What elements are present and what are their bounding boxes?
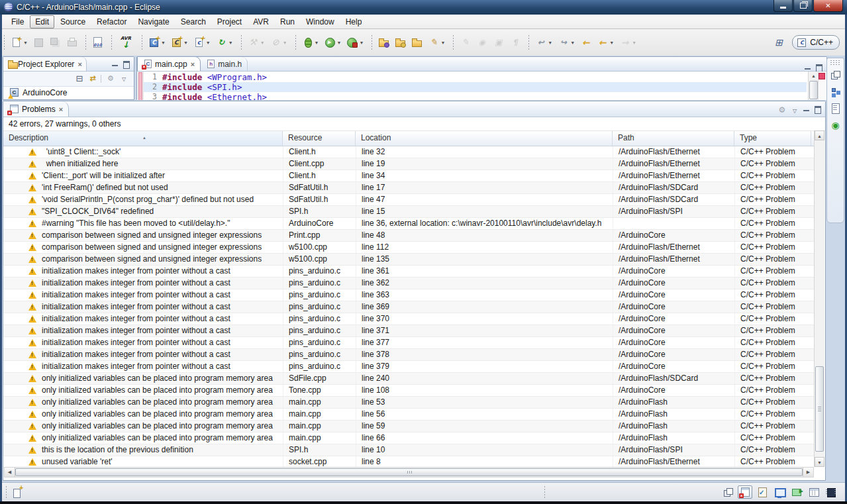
dropdown-arrow-icon[interactable]: ▼	[440, 40, 445, 45]
new-wizard-button[interactable]: ▼	[9, 35, 30, 50]
error-overview-marker[interactable]	[819, 73, 825, 79]
restore-tray-icon[interactable]	[721, 485, 735, 499]
tab-main-h[interactable]: main.h	[201, 57, 248, 71]
properties-view-icon[interactable]	[807, 485, 821, 499]
problem-row[interactable]: when initialized hereClient.cppline 19/A…	[3, 158, 814, 170]
code-line[interactable]: 3#include <Ethernet.h>	[144, 92, 807, 100]
dropdown-arrow-icon[interactable]: ▼	[315, 40, 319, 45]
dropdown-arrow-icon[interactable]: ▼	[359, 40, 364, 45]
scrollbar-thumb[interactable]	[15, 468, 803, 476]
problem-row[interactable]: only initialized variables can be placed…	[3, 409, 814, 421]
tab-project-explorer[interactable]: Project Explorer ×	[3, 57, 87, 71]
code-line[interactable]: 2#include <SPI.h>	[144, 82, 807, 92]
problem-row[interactable]: 'uint8_t Client::_sock'Client.hline 32/A…	[3, 146, 814, 158]
maximize-view-button[interactable]	[815, 64, 824, 71]
filters-icon[interactable]	[105, 74, 117, 84]
refresh-index-button[interactable]: ▼	[214, 35, 235, 50]
dropdown-arrow-icon[interactable]: ▼	[609, 40, 614, 45]
problem-row[interactable]: 'Client::_port' will be initialized afte…	[3, 170, 814, 182]
close-window-button[interactable]: ✕	[813, 0, 843, 12]
dropdown-arrow-icon[interactable]: ▼	[632, 40, 636, 45]
last-edit-location-button[interactable]	[578, 35, 593, 50]
dropdown-arrow-icon[interactable]: ▼	[570, 40, 575, 45]
problem-row[interactable]: initialization makes integer from pointe…	[3, 313, 814, 325]
filters-icon[interactable]	[777, 105, 787, 114]
menu-avr[interactable]: AVR	[248, 15, 274, 28]
problem-row[interactable]: only initialized variables can be placed…	[3, 385, 814, 397]
outline-view-icon[interactable]	[829, 86, 842, 98]
close-icon[interactable]: ×	[59, 105, 63, 113]
code-editor[interactable]: 1#include <WProgram.h>2#include <SPI.h>3…	[137, 72, 826, 100]
avr-upload-button[interactable]	[116, 35, 136, 50]
problem-row[interactable]: comparison between signed and unsigned i…	[3, 230, 814, 242]
scrollbar-thumb[interactable]	[815, 366, 824, 452]
menu-run[interactable]: Run	[275, 15, 300, 28]
minimize-window-button[interactable]	[773, 0, 793, 12]
open-element-button[interactable]	[393, 35, 408, 50]
problem-row[interactable]: 'void SerialPrintln_P(const prog_char*)'…	[3, 194, 814, 206]
debug-button[interactable]: ▼	[300, 35, 321, 50]
minimize-view-button[interactable]	[111, 60, 120, 68]
problem-row[interactable]: 'int FreeRam()' defined but not usedSdFa…	[3, 182, 814, 194]
problems-horizontal-scrollbar[interactable]: ◀ ▶	[4, 467, 814, 478]
problem-row[interactable]: "SPI_CLOCK_DIV64" redefinedSPI.hline 15/…	[3, 206, 814, 218]
dropdown-arrow-icon[interactable]: ▼	[206, 40, 211, 45]
dropdown-arrow-icon[interactable]: ▼	[337, 40, 342, 45]
close-icon[interactable]: ×	[191, 60, 195, 68]
minimize-view-button[interactable]	[803, 64, 813, 71]
problems-vertical-scrollbar[interactable]: ▲ ▼	[814, 130, 824, 467]
column-description[interactable]: Description▲	[3, 131, 283, 146]
view-menu-button[interactable]	[118, 74, 130, 84]
problem-row[interactable]: initialization makes integer from pointe…	[3, 301, 814, 313]
new-cpp-class-button[interactable]: ▼	[169, 35, 190, 50]
tab-main-cpp[interactable]: ✕ main.cpp ×	[137, 56, 201, 71]
open-file-button[interactable]	[409, 35, 424, 50]
restore-views-icon[interactable]	[829, 70, 842, 81]
problem-row[interactable]: initialization makes integer from pointe…	[3, 349, 814, 361]
open-resource-button[interactable]	[376, 35, 391, 50]
new-c-project-button[interactable]: ▼	[146, 35, 168, 50]
drag-handle[interactable]	[830, 60, 841, 65]
scroll-up-icon[interactable]: ▲	[815, 130, 824, 140]
menu-navigate[interactable]: Navigate	[132, 15, 174, 28]
column-type[interactable]: Type	[734, 131, 811, 146]
scroll-left-icon[interactable]: ◀	[5, 468, 15, 477]
problem-row[interactable]: only initialized variables can be placed…	[3, 421, 814, 432]
menu-refactor[interactable]: Refactor	[91, 15, 132, 28]
external-tools-button[interactable]: ▼	[344, 35, 366, 50]
make-target-view-icon[interactable]	[829, 119, 842, 131]
problem-row[interactable]: initialization makes integer from pointe…	[3, 266, 814, 277]
code-line[interactable]: 1#include <WProgram.h>	[144, 72, 807, 82]
maximize-view-button[interactable]	[122, 60, 131, 68]
binary-file-button[interactable]	[90, 35, 105, 50]
column-resource[interactable]: Resource	[283, 131, 356, 146]
view-menu-button[interactable]	[789, 105, 800, 114]
minimize-view-button[interactable]	[802, 105, 811, 113]
menu-edit[interactable]: Edit	[30, 15, 54, 28]
progress-view-icon[interactable]	[789, 485, 804, 499]
collapse-all-button[interactable]	[74, 74, 85, 84]
problem-row[interactable]: comparison between signed and unsigned i…	[3, 254, 814, 266]
open-perspective-button[interactable]	[771, 35, 786, 50]
dropdown-arrow-icon[interactable]: ▼	[161, 40, 166, 45]
show-view-as-fast-view-button[interactable]	[11, 487, 23, 498]
column-path[interactable]: Path	[613, 131, 734, 146]
previous-annotation-button[interactable]: ▼	[533, 35, 554, 50]
dropdown-arrow-icon[interactable]: ▼	[183, 40, 188, 45]
close-icon[interactable]: ×	[77, 60, 81, 68]
dropdown-arrow-icon[interactable]: ▼	[548, 40, 552, 45]
scroll-right-icon[interactable]: ▶	[803, 468, 813, 477]
problem-row[interactable]: only initialized variables can be placed…	[3, 373, 814, 385]
dropdown-arrow-icon[interactable]: ▼	[23, 40, 28, 45]
back-button[interactable]: ▼	[595, 35, 616, 50]
scrollbar-thumb[interactable]	[809, 81, 818, 99]
problem-row[interactable]: only initialized variables can be placed…	[3, 432, 814, 444]
menu-source[interactable]: Source	[55, 15, 91, 28]
menu-window[interactable]: Window	[301, 15, 340, 28]
tab-problems[interactable]: Problems ×	[3, 101, 69, 117]
problem-row[interactable]: this is the location of the previous def…	[3, 444, 814, 456]
problems-view-icon[interactable]	[738, 485, 752, 499]
menu-help[interactable]: Help	[340, 15, 368, 28]
build-log-view-icon[interactable]	[829, 103, 842, 115]
scroll-down-icon[interactable]: ▼	[815, 457, 824, 467]
